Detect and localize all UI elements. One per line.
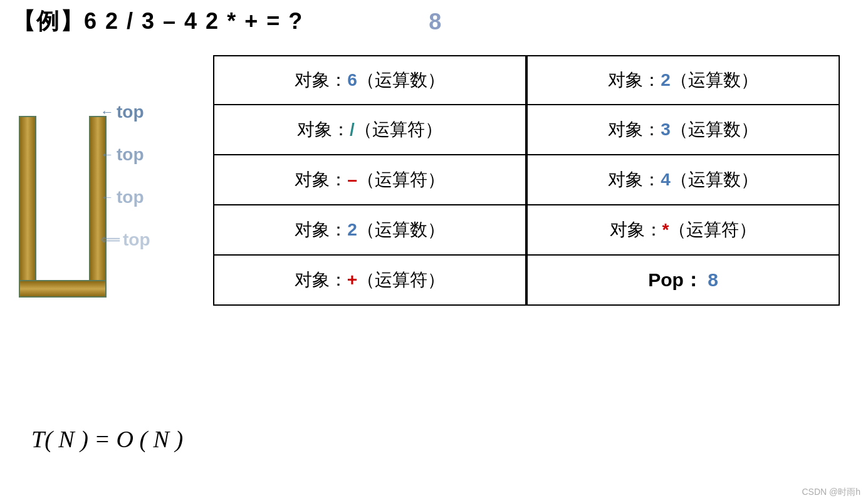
table-row: 对象： / （运算符） 对象： 3 （运算数） <box>213 105 840 155</box>
cell-type: （运算符） <box>357 168 445 192</box>
top-label-1: ← top <box>100 91 150 133</box>
table-area: 对象： 6 （运算数） 对象： 2 （运算数） 对象： / （运算符） 对象： … <box>213 55 840 306</box>
table-cell-left-4: 对象： 2 （运算数） <box>213 205 526 256</box>
top-labels: ← top ← top ← top ⟸ top <box>100 91 150 261</box>
cell-type: （运算数） <box>671 68 758 92</box>
title-area: 【例】6 2 / 3 – 4 2 * + = ? 8 <box>13 6 441 37</box>
top-label-text-1: top <box>117 102 144 122</box>
cell-label: 对象： <box>295 68 347 92</box>
cell-label: 对象： <box>295 168 347 192</box>
cell-label: Pop： <box>648 267 708 293</box>
arrow-4: ⟸ <box>100 232 120 248</box>
cell-value: 2 <box>347 220 357 240</box>
cell-label: 对象： <box>297 118 350 142</box>
table-cell-left-1: 对象： 6 （运算数） <box>213 55 526 105</box>
cell-value: 2 <box>661 70 671 90</box>
cell-type: （运算数） <box>357 218 445 242</box>
top-label-4: ⟸ top <box>100 219 150 261</box>
arrow-2: ← <box>100 147 114 163</box>
cell-value: 4 <box>661 170 671 190</box>
formula: T( N ) = O ( N ) <box>31 425 183 453</box>
top-label-text-4: top <box>123 230 150 250</box>
cell-type: （运算符） <box>355 118 442 142</box>
cell-type: （运算符） <box>357 268 445 292</box>
cell-label: 对象： <box>608 68 661 92</box>
title-text: 【例】6 2 / 3 – 4 2 * + = ? <box>13 6 303 37</box>
top-label-2: ← top <box>100 133 150 176</box>
cell-label: 对象： <box>295 218 347 242</box>
cell-label: 对象： <box>608 168 661 192</box>
cell-value: 3 <box>661 120 671 140</box>
stack-u-shape <box>19 110 107 298</box>
table-cell-left-2: 对象： / （运算符） <box>213 105 526 155</box>
top-label-3: ← top <box>100 176 150 219</box>
arrow-3: ← <box>100 189 114 205</box>
table-row: 对象： – （运算符） 对象： 4 （运算数） <box>213 155 840 205</box>
cell-label: 对象： <box>610 218 662 242</box>
cell-value: 6 <box>347 70 357 90</box>
watermark: CSDN @时雨h <box>802 487 860 498</box>
table-cell-right-3: 对象： 4 （运算数） <box>526 155 840 205</box>
arrow-1: ← <box>100 104 114 120</box>
cell-type: （运算数） <box>671 118 758 142</box>
top-label-text-3: top <box>117 187 144 207</box>
table-cell-right-4: 对象： * （运算符） <box>526 205 840 256</box>
table-cell-right-2: 对象： 3 （运算数） <box>526 105 840 155</box>
cell-value: – <box>347 170 357 190</box>
cell-value: 8 <box>708 269 718 291</box>
table-cell-left-5: 对象： + （运算符） <box>213 256 526 306</box>
table-cell-left-3: 对象： – （运算符） <box>213 155 526 205</box>
cell-type: （运算符） <box>669 218 756 242</box>
cell-type: （运算数） <box>357 68 445 92</box>
cell-value: + <box>347 270 357 290</box>
table-cell-right-1: 对象： 2 （运算数） <box>526 55 840 105</box>
top-label-text-2: top <box>117 145 144 165</box>
cell-value: * <box>662 220 669 240</box>
stack-left-wall <box>19 116 36 298</box>
title-answer: 8 <box>429 9 441 35</box>
cell-label: 对象： <box>295 268 347 292</box>
formula-text: T( N ) = O ( N ) <box>31 426 183 452</box>
table-cell-right-5: Pop： 8 <box>526 256 840 306</box>
cell-label: 对象： <box>608 118 661 142</box>
table-row: 对象： 2 （运算数） 对象： * （运算符） <box>213 205 840 256</box>
cell-value: / <box>350 120 355 140</box>
table-row: 对象： + （运算符） Pop： 8 <box>213 256 840 306</box>
cell-type: （运算数） <box>671 168 758 192</box>
table-row: 对象： 6 （运算数） 对象： 2 （运算数） <box>213 55 840 105</box>
stack-bottom-wall <box>19 280 107 298</box>
